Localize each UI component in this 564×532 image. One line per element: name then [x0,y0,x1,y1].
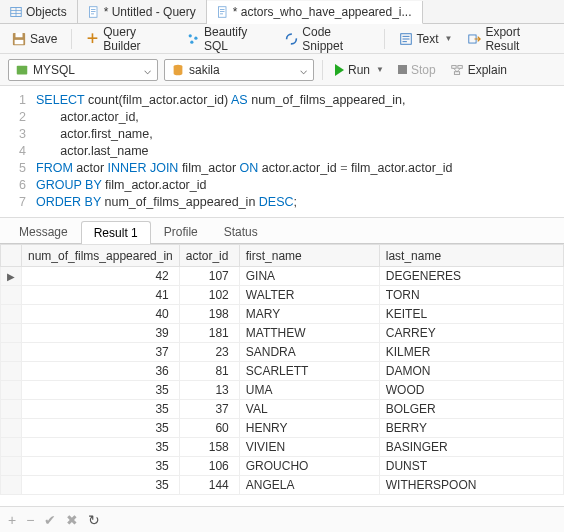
cell[interactable]: 102 [179,286,239,305]
table-row[interactable]: 41102WALTERTORN [1,286,564,305]
table-row[interactable]: ▶42107GINADEGENERES [1,267,564,286]
cell[interactable]: 35 [22,381,180,400]
cell[interactable]: TORN [379,286,563,305]
svg-point-17 [189,34,192,37]
tab-untitled-query[interactable]: * Untitled - Query [78,0,207,23]
run-button[interactable]: Run ▼ [331,61,388,79]
save-button[interactable]: Save [8,30,61,48]
cell[interactable]: GROUCHO [239,457,379,476]
cell[interactable]: SANDRA [239,343,379,362]
table-row[interactable]: 3681SCARLETTDAMON [1,362,564,381]
cell[interactable]: 40 [22,305,180,324]
button-label: Text [417,32,439,46]
add-row-button[interactable]: + [8,512,16,528]
result-grid[interactable]: num_of_films_appeared_in actor_id first_… [0,244,564,495]
tab-result1[interactable]: Result 1 [81,221,151,244]
column-header[interactable]: first_name [239,245,379,267]
table-row[interactable]: 3560HENRYBERRY [1,419,564,438]
cell[interactable]: GINA [239,267,379,286]
delete-row-button[interactable]: − [26,512,34,528]
cell[interactable]: WALTER [239,286,379,305]
cell[interactable]: 198 [179,305,239,324]
cell[interactable]: 35 [22,457,180,476]
cell[interactable]: MATTHEW [239,324,379,343]
line-number: 3 [0,126,36,143]
cancel-button[interactable]: ✖ [66,512,78,528]
cell[interactable]: DAMON [379,362,563,381]
tab-actors-query[interactable]: * actors_who_have_appeared_i... [207,1,423,24]
database-select[interactable]: sakila ⌵ [164,59,314,81]
export-result-button[interactable]: Export Result [464,23,556,55]
cell[interactable]: 107 [179,267,239,286]
cell[interactable]: UMA [239,381,379,400]
table-row[interactable]: 35158VIVIENBASINGER [1,438,564,457]
button-label: Code Snippet [302,25,369,53]
cell[interactable]: 35 [22,476,180,495]
cell[interactable]: VIVIEN [239,438,379,457]
column-header[interactable]: last_name [379,245,563,267]
code-text: actor.actor_id, [36,109,139,126]
tab-message[interactable]: Message [6,220,81,243]
explain-button[interactable]: Explain [446,61,511,79]
line-number: 7 [0,194,36,211]
table-row[interactable]: 3537VALBOLGER [1,400,564,419]
cell[interactable]: 37 [179,400,239,419]
text-view-button[interactable]: Text ▼ [395,30,457,48]
line-number: 4 [0,143,36,160]
cell[interactable]: 13 [179,381,239,400]
cell[interactable]: 60 [179,419,239,438]
table-row[interactable]: 35144ANGELAWITHERSPOON [1,476,564,495]
tab-status[interactable]: Status [211,220,271,243]
cell[interactable]: SCARLETT [239,362,379,381]
cell[interactable]: KILMER [379,343,563,362]
cell[interactable]: MARY [239,305,379,324]
cell[interactable]: 36 [22,362,180,381]
cell[interactable]: VAL [239,400,379,419]
cell[interactable]: BOLGER [379,400,563,419]
cell[interactable]: BASINGER [379,438,563,457]
table-row[interactable]: 3723SANDRAKILMER [1,343,564,362]
cell[interactable]: 42 [22,267,180,286]
cell[interactable]: HENRY [239,419,379,438]
connection-toolbar: MYSQL ⌵ sakila ⌵ Run ▼ Stop Explain [0,54,564,86]
table-row[interactable]: 40198MARYKEITEL [1,305,564,324]
cell[interactable]: DUNST [379,457,563,476]
cell[interactable]: WOOD [379,381,563,400]
cell[interactable]: 106 [179,457,239,476]
cell[interactable]: 35 [22,419,180,438]
apply-button[interactable]: ✔ [44,512,56,528]
code-snippet-button[interactable]: Code Snippet [281,23,373,55]
svg-rect-10 [220,11,225,12]
refresh-button[interactable]: ↻ [88,512,100,528]
cell[interactable]: ANGELA [239,476,379,495]
table-row[interactable]: 3513UMAWOOD [1,381,564,400]
cell[interactable]: KEITEL [379,305,563,324]
cell[interactable]: WITHERSPOON [379,476,563,495]
sql-editor[interactable]: 1SELECT count(film_actor.actor_id) AS nu… [0,86,564,218]
cell[interactable]: 39 [22,324,180,343]
cell[interactable]: 37 [22,343,180,362]
cell[interactable]: CARREY [379,324,563,343]
document-tab-bar: Objects * Untitled - Query * actors_who_… [0,0,564,24]
cell[interactable]: 35 [22,400,180,419]
cell[interactable]: 181 [179,324,239,343]
stop-button[interactable]: Stop [394,61,440,79]
code-snippet-icon [285,32,298,46]
column-header[interactable]: actor_id [179,245,239,267]
tab-objects[interactable]: Objects [0,0,78,23]
cell[interactable]: 35 [22,438,180,457]
tab-profile[interactable]: Profile [151,220,211,243]
cell[interactable]: 144 [179,476,239,495]
cell[interactable]: DEGENERES [379,267,563,286]
cell[interactable]: 41 [22,286,180,305]
table-row[interactable]: 35106GROUCHODUNST [1,457,564,476]
cell[interactable]: 81 [179,362,239,381]
cell[interactable]: 23 [179,343,239,362]
beautify-sql-button[interactable]: Beautify SQL [183,23,273,55]
column-header[interactable]: num_of_films_appeared_in [22,245,180,267]
query-builder-button[interactable]: Query Builder [82,23,175,55]
cell[interactable]: 158 [179,438,239,457]
cell[interactable]: BERRY [379,419,563,438]
table-row[interactable]: 39181MATTHEWCARREY [1,324,564,343]
connection-select[interactable]: MYSQL ⌵ [8,59,158,81]
